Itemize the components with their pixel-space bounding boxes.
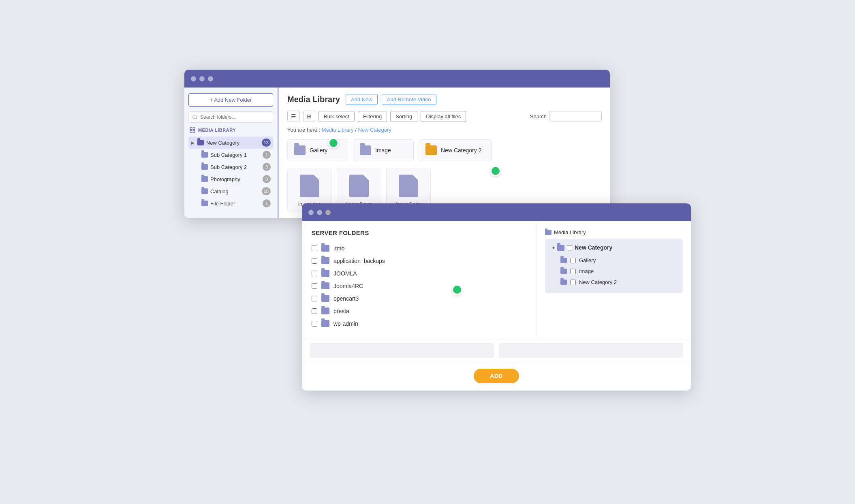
titlebar-dot-1	[191, 76, 196, 81]
titlebar-dot-4	[308, 210, 314, 215]
tree-root-media-library[interactable]: Media Library	[545, 229, 683, 235]
folder-icon-image	[360, 145, 371, 155]
svg-rect-2	[190, 130, 192, 132]
checkbox-wp-admin[interactable]	[312, 321, 317, 327]
badge-sub2: 3	[263, 163, 271, 171]
media-tree-pane: Media Library ▾ New Category Gallery	[537, 221, 691, 338]
sub-folders-list: Sub Category 1 1 Sub Category 2 3 Photog…	[188, 149, 273, 209]
search-area: Search	[530, 111, 602, 122]
tree-icon-new-category-2	[560, 280, 567, 285]
sidebar-item-new-category[interactable]: ▶ New Category 13	[188, 137, 273, 149]
checkbox-presta[interactable]	[312, 308, 317, 314]
folder-icon	[201, 164, 208, 170]
tree-child-gallery[interactable]: Gallery	[552, 255, 675, 266]
titlebar-dot-2	[199, 76, 205, 81]
sidebar-item-sub-category-1[interactable]: Sub Category 1 1	[199, 149, 273, 161]
badge-catalog: 10	[262, 187, 271, 195]
server-folder-presta[interactable]: presta	[312, 305, 527, 317]
sidebar-item-photography[interactable]: Photography 0	[199, 173, 273, 185]
sf-icon-opencart3	[321, 295, 329, 302]
checkbox-tree-image[interactable]	[570, 269, 576, 274]
page-title: Media Library	[287, 95, 340, 104]
main-content: Media Library Add New Add Remote Video ☰…	[279, 88, 610, 218]
add-remote-video-button[interactable]: Add Remote Video	[382, 94, 436, 105]
titlebar-dot-5	[317, 210, 322, 215]
sorting-button[interactable]: Sorting	[390, 111, 417, 122]
badge-sub1: 1	[263, 151, 271, 159]
sf-icon-joomla4rc	[321, 282, 329, 289]
file-icon-image3-png	[399, 175, 418, 197]
breadcrumb: You are here : Media Library / New Categ…	[287, 127, 602, 133]
sf-icon-presta	[321, 308, 329, 314]
titlebar-1	[184, 70, 610, 88]
titlebar-dot-3	[208, 76, 213, 81]
checkbox-tree-gallery[interactable]	[570, 258, 576, 263]
svg-rect-1	[193, 128, 195, 130]
file-icon-image-png	[300, 175, 319, 197]
display-all-files-button[interactable]: Display all files	[421, 111, 466, 122]
chevron-down-icon: ▾	[552, 245, 555, 250]
window-2-body: SERVER FOLDERS .tmb application_backups …	[302, 221, 691, 338]
sf-icon-wp-admin	[321, 320, 329, 327]
svg-rect-3	[193, 130, 195, 132]
folder-card-gallery[interactable]: Gallery	[287, 139, 348, 161]
bottom-input-left	[310, 343, 494, 358]
folder-card-image[interactable]: Image	[353, 139, 414, 161]
tree-child-new-category-2[interactable]: New Category 2	[552, 277, 675, 288]
bulk-select-button[interactable]: Bulk select	[318, 111, 355, 122]
add-new-folder-button[interactable]: + Add New Folder	[188, 93, 273, 107]
checkbox-application-backups[interactable]	[312, 258, 317, 264]
green-dot-3	[452, 284, 462, 295]
tree-child-image[interactable]: Image	[552, 266, 675, 277]
titlebar-2	[302, 203, 691, 221]
folder-card-new-category-2[interactable]: New Category 2	[419, 139, 492, 161]
search-folders-input[interactable]	[188, 111, 273, 123]
checkbox-tree-new-category-2[interactable]	[570, 280, 576, 285]
tree-icon-gallery	[560, 258, 567, 263]
server-folders-title: SERVER FOLDERS	[312, 229, 527, 236]
folder-icon-gallery	[294, 145, 306, 155]
add-new-button[interactable]: Add New	[346, 94, 378, 105]
tree-expanded-box: ▾ New Category Gallery Image	[545, 239, 683, 293]
filtering-button[interactable]: Filtering	[358, 111, 387, 122]
server-folder-joomla[interactable]: JOOMLA	[312, 267, 527, 280]
breadcrumb-media-library[interactable]: Media Library	[322, 127, 354, 133]
folder-badge: 13	[262, 139, 271, 147]
sidebar-item-file-folder[interactable]: File Folder 1	[199, 197, 273, 209]
folder-icon	[201, 201, 208, 206]
list-view-button[interactable]: ☰	[287, 111, 300, 122]
chevron-icon: ▶	[191, 141, 195, 145]
sf-icon-joomla	[321, 270, 329, 277]
server-folder-opencart3[interactable]: opencart3	[312, 292, 527, 305]
bottom-inputs	[302, 338, 691, 363]
checkbox-new-category[interactable]	[567, 245, 572, 250]
titlebar-dot-6	[325, 210, 331, 215]
bottom-bar: ADD	[302, 363, 691, 391]
checkbox-opencart3[interactable]	[312, 296, 317, 301]
badge-file-folder: 1	[263, 199, 271, 207]
server-folder-joomla4rc[interactable]: Joomla4RC	[312, 280, 527, 292]
checkbox-tmb[interactable]	[312, 246, 317, 251]
green-dot-2	[490, 166, 501, 176]
green-dot-1	[328, 138, 339, 148]
sf-icon-app-backups	[321, 257, 329, 264]
sidebar: + Add New Folder MEDIA LIBRARY ▶ New Cat…	[184, 88, 278, 218]
checkbox-joomla4rc[interactable]	[312, 283, 317, 289]
grid-view-button[interactable]: ⊞	[303, 111, 315, 122]
folder-icon	[201, 188, 208, 194]
search-label: Search	[530, 113, 547, 120]
sidebar-item-catalog[interactable]: Catalog 10	[199, 185, 273, 197]
tree-category-row-new-category[interactable]: ▾ New Category	[552, 244, 675, 251]
media-library-label: MEDIA LIBRARY	[188, 127, 273, 133]
server-folder-application-backups[interactable]: application_backups	[312, 254, 527, 267]
tree-folder-icon-new-category	[557, 245, 564, 251]
folder-icon	[201, 152, 208, 158]
breadcrumb-current[interactable]: New Category	[358, 127, 391, 133]
checkbox-joomla[interactable]	[312, 271, 317, 276]
add-button[interactable]: ADD	[474, 369, 519, 383]
sidebar-item-sub-category-2[interactable]: Sub Category 2 3	[199, 161, 273, 173]
server-folder-tmb[interactable]: .tmb	[312, 242, 527, 254]
toolbar: ☰ ⊞ Bulk select Filtering Sorting Displa…	[287, 111, 602, 122]
server-folder-wp-admin[interactable]: wp-admin	[312, 317, 527, 330]
search-input[interactable]	[549, 111, 602, 122]
